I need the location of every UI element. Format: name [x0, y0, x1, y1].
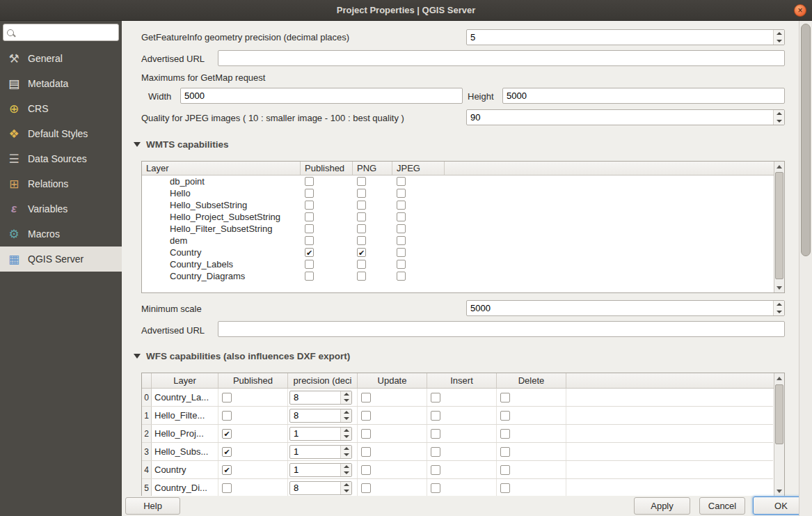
wmts-capabilities-section-header[interactable]: WMTS capabilities: [134, 139, 229, 150]
spin-buttons[interactable]: [773, 110, 784, 125]
published-checkbox[interactable]: [305, 224, 314, 233]
png-checkbox[interactable]: [357, 201, 366, 210]
published-checkbox[interactable]: [305, 236, 314, 245]
png-checkbox[interactable]: [357, 212, 366, 221]
spin-buttons[interactable]: [340, 446, 351, 458]
insert-checkbox[interactable]: [431, 447, 440, 457]
precision-input[interactable]: [290, 391, 340, 404]
table-row[interactable]: db_point: [142, 175, 773, 187]
update-checkbox[interactable]: [361, 429, 371, 439]
sidebar-item-relations[interactable]: ⊞ Relations: [0, 171, 122, 196]
sidebar-item-crs[interactable]: ⊕ CRS: [0, 96, 122, 121]
published-checkbox[interactable]: [222, 447, 232, 457]
precision-input[interactable]: [290, 482, 340, 494]
advertised-url-input[interactable]: [218, 50, 785, 66]
scroll-up-icon[interactable]: [774, 162, 784, 171]
jpeg-quality-input[interactable]: [467, 110, 773, 125]
published-checkbox[interactable]: [305, 212, 314, 221]
update-checkbox[interactable]: [361, 447, 371, 457]
minimum-scale-input[interactable]: [467, 301, 773, 315]
table-row[interactable]: Country_Labels: [142, 258, 773, 270]
jpeg-checkbox[interactable]: [397, 272, 406, 281]
scrollbar-track[interactable]: [774, 383, 784, 486]
scroll-down-icon[interactable]: [774, 283, 784, 292]
table-row[interactable]: 5 Country_Di...: [142, 479, 773, 496]
table-row[interactable]: 4 Country: [142, 461, 773, 479]
spin-buttons[interactable]: [340, 409, 351, 422]
published-checkbox[interactable]: [222, 483, 232, 493]
table-row[interactable]: dem: [142, 235, 773, 247]
sidebar-item-default-styles[interactable]: ❖ Default Styles: [0, 121, 122, 146]
png-checkbox[interactable]: [357, 260, 366, 269]
jpeg-checkbox[interactable]: [397, 177, 406, 186]
delete-checkbox[interactable]: [500, 483, 510, 493]
insert-checkbox[interactable]: [431, 483, 440, 493]
jpeg-checkbox[interactable]: [397, 248, 406, 257]
scroll-down-icon[interactable]: [774, 486, 784, 496]
png-checkbox[interactable]: [357, 236, 366, 245]
delete-checkbox[interactable]: [500, 465, 510, 475]
wmts-advertised-url-input[interactable]: [218, 321, 785, 337]
wfs-capabilities-section-header[interactable]: WFS capabilities (also influences DXF ex…: [134, 351, 350, 361]
table-row[interactable]: 3 Hello_Subs...: [142, 443, 773, 461]
sidebar-item-general[interactable]: ⚒ General: [0, 46, 122, 71]
published-checkbox[interactable]: [222, 429, 232, 439]
search-input[interactable]: [17, 28, 115, 38]
jpeg-checkbox[interactable]: [397, 212, 406, 221]
height-input[interactable]: [502, 88, 785, 104]
precision-input[interactable]: [290, 464, 340, 476]
published-checkbox[interactable]: [222, 411, 232, 421]
delete-checkbox[interactable]: [500, 393, 510, 402]
published-checkbox[interactable]: [305, 272, 314, 281]
update-checkbox[interactable]: [361, 411, 371, 421]
spin-buttons[interactable]: [340, 464, 351, 476]
table-row[interactable]: Hello: [142, 187, 773, 199]
scrollbar-thumb[interactable]: [775, 172, 783, 279]
insert-checkbox[interactable]: [431, 429, 440, 439]
table-row[interactable]: Country: [142, 247, 773, 258]
jpeg-checkbox[interactable]: [397, 236, 406, 245]
jpeg-checkbox[interactable]: [397, 201, 406, 210]
png-checkbox[interactable]: [357, 177, 366, 186]
help-button[interactable]: Help: [125, 497, 180, 515]
spin-buttons[interactable]: [773, 30, 784, 45]
jpeg-checkbox[interactable]: [397, 224, 406, 233]
update-checkbox[interactable]: [361, 465, 371, 475]
table-row[interactable]: Country_Diagrams: [142, 270, 773, 282]
spin-buttons[interactable]: [773, 301, 784, 315]
png-checkbox[interactable]: [357, 272, 366, 281]
table-row[interactable]: 2 Hello_Proj...: [142, 425, 773, 443]
table-row[interactable]: Hello_Project_SubsetString: [142, 211, 773, 223]
close-button[interactable]: ×: [794, 4, 806, 17]
table-row[interactable]: 1 Hello_Filte...: [142, 407, 773, 425]
apply-button[interactable]: Apply: [634, 497, 690, 515]
spin-buttons[interactable]: [340, 391, 351, 404]
delete-checkbox[interactable]: [500, 447, 510, 457]
sidebar-item-data-sources[interactable]: ☰ Data Sources: [0, 146, 122, 171]
spin-buttons[interactable]: [340, 428, 351, 440]
png-checkbox[interactable]: [357, 224, 366, 233]
sidebar-item-macros[interactable]: ⚙ Macros: [0, 221, 122, 247]
png-checkbox[interactable]: [357, 248, 366, 257]
insert-checkbox[interactable]: [431, 465, 440, 475]
published-checkbox[interactable]: [305, 260, 314, 269]
scrollbar-thumb[interactable]: [775, 384, 783, 444]
jpeg-checkbox[interactable]: [397, 189, 406, 198]
scrollbar-track[interactable]: [774, 171, 784, 283]
published-checkbox[interactable]: [305, 177, 314, 186]
delete-checkbox[interactable]: [500, 411, 510, 421]
sidebar-item-metadata[interactable]: ▤ Metadata: [0, 71, 122, 96]
scroll-up-icon[interactable]: [774, 373, 784, 383]
sidebar-item-variables[interactable]: ε Variables: [0, 196, 122, 221]
spin-buttons[interactable]: [340, 482, 351, 494]
precision-input[interactable]: [290, 409, 340, 422]
width-input[interactable]: [180, 88, 463, 104]
precision-input[interactable]: [290, 446, 340, 458]
table-row[interactable]: Hello_SubsetString: [142, 199, 773, 211]
sidebar-item-qgis-server[interactable]: ▦ QGIS Server: [0, 247, 122, 272]
wfs-table-scrollbar[interactable]: [774, 373, 784, 496]
jpeg-checkbox[interactable]: [397, 260, 406, 269]
precision-input[interactable]: [290, 428, 340, 440]
png-checkbox[interactable]: [357, 189, 366, 198]
insert-checkbox[interactable]: [431, 411, 440, 421]
